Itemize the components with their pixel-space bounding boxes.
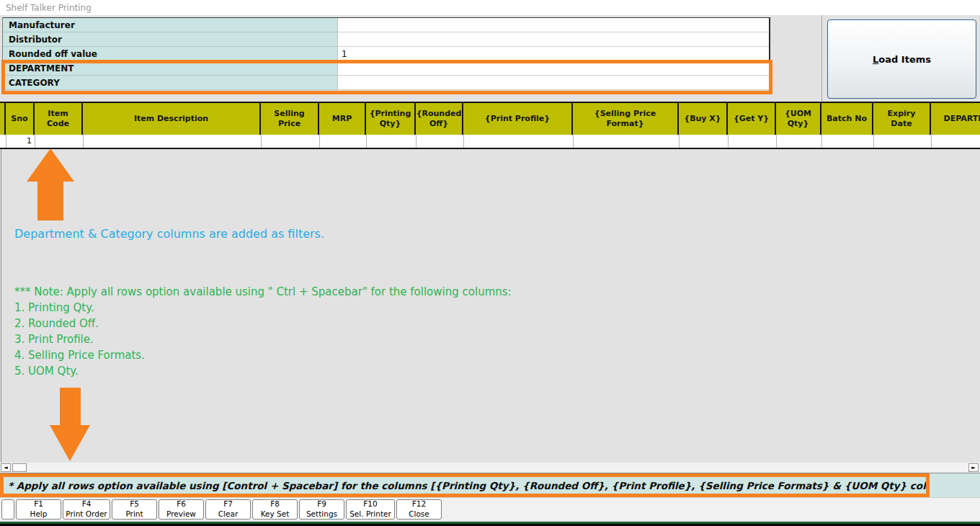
up-arrow-shaft <box>37 180 63 220</box>
status-highlight-box: * Apply all rows option available using … <box>0 473 930 497</box>
manufacturer-input[interactable] <box>337 18 769 32</box>
field-label-manufacturer: Manufacturer <box>3 18 337 32</box>
up-arrow-icon <box>27 148 74 182</box>
scrollbar-thumb[interactable] <box>12 463 27 472</box>
f10-sel-printer-button[interactable]: F10 Sel. Printer <box>346 499 395 520</box>
cell-selling-price[interactable] <box>262 135 320 148</box>
field-label-distributor: Distributor <box>3 32 337 47</box>
note-line: 2. Rounded Off. <box>14 316 512 331</box>
note-line: 5. UOM Qty. <box>14 363 512 379</box>
down-arrow-shaft <box>60 388 81 427</box>
horizontal-scrollbar[interactable]: ◄ ► <box>0 463 980 473</box>
cell-batch-no[interactable] <box>822 135 874 148</box>
ctrl-spacebar-note: *** Note: Apply all rows option availabl… <box>14 284 512 379</box>
cell-uom-qty[interactable] <box>777 135 822 148</box>
col-header-sno[interactable]: Sno <box>6 103 35 135</box>
table-left-border <box>1 102 1 473</box>
status-bar: * Apply all rows option available using … <box>0 473 980 497</box>
f9-settings-button[interactable]: F9 Settings <box>299 499 344 520</box>
col-header-selling-price[interactable]: Selling Price <box>261 103 319 135</box>
distributor-input[interactable] <box>337 32 769 47</box>
down-arrow-icon <box>50 425 90 461</box>
col-header-expiry-date[interactable]: Expiry Date <box>873 103 931 135</box>
scroll-left-icon[interactable]: ◄ <box>1 463 11 472</box>
function-key-bar: F1 Help F4 Print Order F5 Print F6 Previ… <box>0 497 980 520</box>
col-header-buy-x[interactable]: {Buy X} <box>679 103 728 135</box>
page-title: Shelf Talker Printing <box>6 3 92 13</box>
f12-close-button[interactable]: F12 Close <box>396 499 442 520</box>
cell-department[interactable] <box>932 135 980 148</box>
col-header-printing-qty[interactable]: {Printing Qty} <box>366 103 416 135</box>
col-header-selling-price-format[interactable]: {Selling Price Format} <box>573 103 679 135</box>
highlight-box-department-category <box>1 60 772 94</box>
f4-print-order-button[interactable]: F4 Print Order <box>63 499 110 520</box>
shelf-talker-printing-window: Shelf Talker Printing Manufacturer Distr… <box>0 0 980 526</box>
col-header-department[interactable]: DEPARTMENT <box>931 103 980 135</box>
f6-preview-button[interactable]: F6 Preview <box>159 499 204 520</box>
cell-buy-x[interactable] <box>680 135 729 148</box>
cell-item-code[interactable] <box>35 135 84 148</box>
col-header-uom-qty[interactable]: {UOM Qty} <box>776 103 821 135</box>
col-header-get-y[interactable]: {Get Y} <box>728 103 776 135</box>
panel-divider <box>821 15 822 104</box>
row-filler-cell <box>0 135 6 148</box>
filters-annotation: Department & Category columns are added … <box>14 227 324 241</box>
load-items-button[interactable]: Load Items <box>827 19 976 99</box>
col-header-rounded-off[interactable]: {Rounded Off} <box>416 103 463 135</box>
spacer-button[interactable] <box>1 499 14 520</box>
cell-get-y[interactable] <box>729 135 777 148</box>
table-row: 1 <box>0 135 980 149</box>
field-label-rounded-off-value: Rounded off value <box>3 47 337 61</box>
cell-print-profile[interactable] <box>464 135 574 148</box>
status-text: * Apply all rows option available using … <box>8 480 930 491</box>
col-header-batch-no[interactable]: Batch No <box>821 103 873 135</box>
note-line: 3. Print Profile. <box>14 331 512 347</box>
cell-expiry-date[interactable] <box>874 135 932 148</box>
cell-item-description[interactable] <box>84 135 262 148</box>
cell-printing-qty[interactable] <box>367 135 416 148</box>
col-header-filler <box>0 103 6 135</box>
col-header-item-code[interactable]: Item Code <box>35 103 83 135</box>
col-header-item-description[interactable]: Item Description <box>83 103 261 135</box>
scroll-right-icon[interactable]: ► <box>968 463 979 472</box>
f8-key-set-button[interactable]: F8 Key Set <box>252 499 298 520</box>
note-line: *** Note: Apply all rows option availabl… <box>14 284 512 300</box>
col-header-mrp[interactable]: MRP <box>319 103 366 135</box>
cell-rounded-off[interactable] <box>416 135 464 148</box>
rounded-off-value-input[interactable]: 1 <box>337 47 769 61</box>
note-line: 4. Selling Price Formats. <box>14 347 512 363</box>
col-header-print-profile[interactable]: {Print Profile} <box>463 103 573 135</box>
f5-print-button[interactable]: F5 Print <box>112 499 157 520</box>
f1-help-button[interactable]: F1 Help <box>16 499 61 520</box>
title-strip: Shelf Talker Printing <box>0 0 980 15</box>
cell-selling-price-format[interactable] <box>574 135 680 148</box>
cell-sno: 1 <box>6 135 35 148</box>
note-line: 1. Printing Qty. <box>14 300 512 316</box>
grid-header-row: Sno Item Code Item Description Selling P… <box>0 102 980 136</box>
f7-clear-button[interactable]: F7 Clear <box>205 499 251 520</box>
cell-mrp[interactable] <box>320 135 367 148</box>
